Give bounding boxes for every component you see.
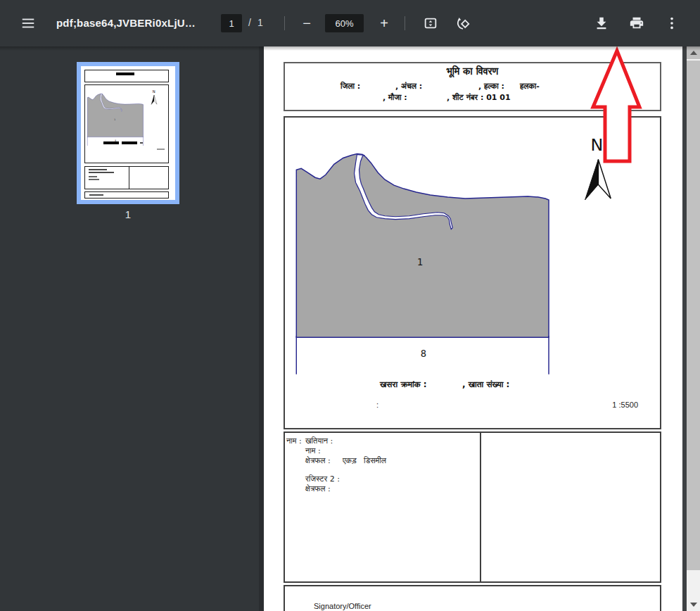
- sheet-number-label: , शीट नंबर : 01 01: [447, 93, 511, 102]
- document-title: pdf;base64,JVBERi0xLjU…: [56, 17, 196, 29]
- halka-value: हलका-: [520, 82, 540, 91]
- download-button[interactable]: [592, 13, 611, 33]
- pdf-page: भूमि का विवरण जिला : , अंचल : , हल्का : …: [264, 46, 682, 611]
- page-header-box: भूमि का विवरण जिला : , अंचल : , हल्का : …: [284, 62, 661, 111]
- thumbnail-khata-blob: [122, 141, 137, 144]
- thumbnail-text-line: [89, 176, 97, 177]
- sidebar-edge-shadow: [259, 46, 264, 611]
- thumbnail-scale-blob: [157, 149, 165, 150]
- map-scale-label: 1 :5500: [612, 401, 638, 409]
- colon-mark: :: [376, 401, 378, 409]
- page-divider: /: [248, 17, 251, 28]
- name2-label: नाम :: [305, 446, 321, 455]
- scrollbar-thumb[interactable]: [687, 61, 700, 570]
- thumbnail-map-box: [84, 84, 169, 163]
- mauja-label: , मौजा :: [383, 93, 407, 102]
- zoom-out-button[interactable]: −: [297, 13, 317, 33]
- toolbar-separator: [284, 16, 285, 30]
- zoom-in-button[interactable]: +: [374, 13, 394, 33]
- signatory-officer-label: Signatory/Officer: [314, 602, 371, 610]
- name-label: नाम :: [286, 436, 302, 446]
- scroll-down-icon: [690, 603, 697, 607]
- anchal-label: , अंचल :: [395, 82, 422, 91]
- page-number-input[interactable]: 1: [221, 14, 242, 32]
- thumbnail-title-blob: [116, 73, 134, 75]
- minus-icon: −: [303, 16, 311, 30]
- toolbar-separator: [405, 16, 405, 30]
- page-total: 1: [257, 17, 263, 28]
- pdf-viewer: 1 8 N pdf;base64,JVBERi0xLjU… 1 / 1 − 60…: [0, 0, 700, 611]
- thumbnail-text-line: [89, 172, 114, 173]
- hamburger-icon: [20, 15, 36, 31]
- plus-icon: +: [380, 16, 388, 30]
- scroll-down-button[interactable]: [687, 598, 700, 611]
- vertical-scrollbar[interactable]: [687, 46, 700, 611]
- scroll-up-icon: [690, 51, 697, 55]
- thumbnail-details-box: [84, 166, 169, 189]
- halka-label: , हल्का :: [478, 82, 504, 91]
- kebab-menu-icon: [664, 15, 680, 31]
- thumbnail-panel: 1: [0, 46, 264, 611]
- page-thumbnail-selected[interactable]: [77, 62, 179, 204]
- rotate-icon: [455, 15, 471, 31]
- land-details-title: भूमि का विवरण: [285, 65, 660, 77]
- register2-label: रजिस्टर 2 :: [305, 474, 340, 484]
- thumbnail-text-line: [89, 179, 99, 180]
- khata-number-label: , खाता संख्या :: [462, 379, 509, 389]
- fit-to-page-button[interactable]: [421, 13, 440, 33]
- thumbnail-signature-box: [84, 191, 169, 199]
- thumbnail-text-line: [89, 194, 103, 196]
- details-divider: [480, 433, 481, 581]
- decimal-unit-label: डिसमील: [364, 456, 386, 465]
- khatiyan-label: खतियान :: [305, 436, 333, 446]
- zoom-level: 60%: [325, 14, 364, 32]
- thumbnail-text-line: [89, 169, 107, 170]
- menu-button[interactable]: [18, 13, 38, 33]
- scroll-up-button[interactable]: [687, 46, 700, 59]
- download-icon: [594, 15, 609, 31]
- thumbnail-header-box: [84, 70, 169, 82]
- more-options-button[interactable]: [662, 13, 682, 33]
- print-button[interactable]: [627, 13, 647, 33]
- owner-details-box: नाम : खतियान : नाम : क्षेत्रफल : एकड़ डि…: [284, 432, 661, 583]
- pdf-toolbar: pdf;base64,JVBERi0xLjU… 1 / 1 − 60% +: [0, 0, 700, 46]
- thumbnail-map-art: [85, 85, 168, 158]
- area-label: क्षेत्रफल :: [305, 456, 331, 465]
- thumbnail-mark: [140, 142, 143, 144]
- rotate-button[interactable]: [453, 13, 473, 33]
- thumbnail-page-preview: [81, 66, 175, 200]
- cadastral-map-box: खसरा क्रमांक : , खाता संख्या : : 1 :5500: [284, 116, 661, 429]
- print-icon: [629, 15, 644, 31]
- district-label: जिला :: [341, 82, 360, 91]
- signature-box: Signatory/Officer: [284, 585, 661, 611]
- area2-label: क्षेत्रफल :: [305, 484, 331, 493]
- khasra-number-label: खसरा क्रमांक :: [380, 379, 427, 389]
- acre-unit-label: एकड़: [343, 456, 357, 465]
- fit-to-page-icon: [423, 15, 438, 31]
- thumbnail-details-divider: [129, 167, 129, 189]
- thumbnail-khasra-blob: [103, 141, 119, 144]
- thumbnail-page-number: 1: [77, 208, 179, 220]
